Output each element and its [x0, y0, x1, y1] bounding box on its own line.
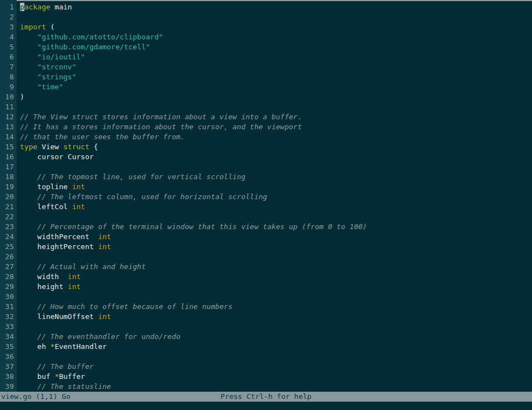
code-text[interactable]: // Percentage of the terminal window tha… [14, 222, 532, 232]
code-line[interactable]: 16 cursor Cursor [0, 152, 532, 162]
code-text[interactable] [14, 292, 532, 302]
code-text[interactable]: "github.com/gdamore/tcell" [14, 42, 532, 52]
code-line[interactable]: 25 heightPercent int [0, 242, 532, 252]
code-line[interactable]: 6 "io/ioutil" [0, 52, 532, 62]
code-text[interactable]: heightPercent int [14, 242, 532, 252]
code-text[interactable] [14, 322, 532, 332]
code-text[interactable]: lineNumOffset int [14, 312, 532, 322]
code-segment [20, 222, 37, 231]
code-text[interactable]: type View struct { [14, 142, 532, 152]
code-line[interactable]: 33 [0, 322, 532, 332]
code-text[interactable]: // The topmost line, used for vertical s… [14, 172, 532, 182]
code-text[interactable]: // The View struct stores information ab… [14, 112, 532, 122]
code-line[interactable]: 8 "strings" [0, 72, 532, 82]
code-text[interactable]: // The buffer [14, 362, 532, 372]
code-text[interactable] [14, 352, 532, 362]
code-line[interactable]: 22 [0, 212, 532, 222]
code-text[interactable]: // The statusline [14, 382, 532, 392]
code-line[interactable]: 32 lineNumOffset int [0, 312, 532, 322]
line-number: 32 [0, 312, 14, 322]
code-segment: Buffer [59, 372, 85, 381]
code-line[interactable]: 37 // The buffer [0, 362, 532, 372]
code-line[interactable]: 21 leftCol int [0, 202, 532, 212]
code-line[interactable]: 23 // Percentage of the terminal window … [0, 222, 532, 232]
code-line[interactable]: 14// that the user sees the buffer from. [0, 132, 532, 142]
code-line[interactable]: 27 // Actual with and height [0, 262, 532, 272]
code-segment [20, 362, 37, 371]
code-line[interactable]: 4 "github.com/atotto/clipboard" [0, 32, 532, 42]
code-line[interactable]: 38 buf *Buffer [0, 372, 532, 382]
code-line[interactable]: 24 widthPercent int [0, 232, 532, 242]
code-text[interactable]: "strconv" [14, 62, 532, 72]
code-line[interactable]: 12// The View struct stores information … [0, 112, 532, 122]
code-line[interactable]: 3import ( [0, 22, 532, 32]
code-line[interactable]: 26 [0, 252, 532, 262]
code-text[interactable] [14, 162, 532, 172]
code-line[interactable]: 29 height int [0, 282, 532, 292]
code-segment: "strings" [37, 73, 76, 81]
line-number: 35 [0, 342, 14, 352]
code-line[interactable]: 5 "github.com/gdamore/tcell" [0, 42, 532, 52]
code-text[interactable]: width int [14, 272, 532, 282]
code-line[interactable]: 19 topline int [0, 182, 532, 192]
code-line[interactable]: 34 // The eventhandler for undo/redo [0, 332, 532, 342]
code-segment: int [72, 183, 85, 191]
code-text[interactable]: widthPercent int [14, 232, 532, 242]
code-text[interactable]: leftCol int [14, 202, 532, 212]
code-line[interactable]: 20 // The leftmost column, used for hori… [0, 192, 532, 202]
code-segment: // The eventhandler for undo/redo [37, 332, 180, 341]
code-line[interactable]: 10) [0, 92, 532, 102]
code-line[interactable]: 7 "strconv" [0, 62, 532, 72]
code-text[interactable]: "time" [14, 82, 532, 92]
code-line[interactable]: 39 // The statusline [0, 382, 532, 392]
code-text[interactable]: cursor Cursor [14, 152, 532, 162]
code-line[interactable]: 11 [0, 102, 532, 112]
code-segment: int [68, 282, 80, 291]
code-text[interactable]: eh *EventHandler [14, 342, 532, 352]
code-line[interactable]: 2 [0, 12, 532, 22]
code-text[interactable]: ) [14, 92, 532, 102]
code-line[interactable]: 9 "time" [0, 82, 532, 92]
code-segment: int [98, 232, 111, 241]
code-line[interactable]: 17 [0, 162, 532, 172]
code-text[interactable]: // The leftmost column, used for horizon… [14, 192, 532, 202]
status-help-text: Press Ctrl-h for help [221, 392, 311, 402]
code-text[interactable]: package main [14, 2, 532, 12]
code-text[interactable] [14, 252, 532, 262]
code-line[interactable]: 31 // How much to offset because of line… [0, 302, 532, 312]
code-segment [20, 262, 37, 271]
code-line[interactable]: 36 [0, 352, 532, 362]
line-number: 24 [0, 232, 14, 242]
code-line[interactable]: 15type View struct { [0, 142, 532, 152]
code-text[interactable]: buf *Buffer [14, 372, 532, 382]
code-segment: struct [63, 143, 89, 151]
line-number: 1 [0, 2, 14, 12]
code-text[interactable]: // Actual with and height [14, 262, 532, 272]
code-text[interactable]: height int [14, 282, 532, 292]
code-segment: "strconv" [37, 63, 76, 71]
code-line[interactable]: 13// It has a stores information about t… [0, 122, 532, 132]
code-line[interactable]: 1package main [0, 2, 532, 12]
code-text[interactable]: // that the user sees the buffer from. [14, 132, 532, 142]
code-text[interactable]: // How much to offset because of line nu… [14, 302, 532, 312]
code-area[interactable]: 1package main23import (4 "github.com/ato… [0, 2, 532, 392]
code-text[interactable] [14, 212, 532, 222]
code-line[interactable]: 30 [0, 292, 532, 302]
code-text[interactable] [14, 102, 532, 112]
code-segment: "github.com/gdamore/tcell" [37, 43, 150, 51]
code-line[interactable]: 35 eh *EventHandler [0, 342, 532, 352]
line-number: 2 [0, 12, 14, 22]
code-text[interactable]: "github.com/atotto/clipboard" [14, 32, 532, 42]
code-line[interactable]: 18 // The topmost line, used for vertica… [0, 172, 532, 182]
line-number: 13 [0, 122, 14, 132]
code-segment: "io/ioutil" [37, 53, 85, 61]
code-text[interactable]: // The eventhandler for undo/redo [14, 332, 532, 342]
code-line[interactable]: 28 width int [0, 272, 532, 282]
code-text[interactable]: topline int [14, 182, 532, 192]
code-segment: // The View struct stores information ab… [20, 113, 302, 121]
code-text[interactable]: "strings" [14, 72, 532, 82]
code-text[interactable] [14, 12, 532, 22]
code-text[interactable]: "io/ioutil" [14, 52, 532, 62]
code-text[interactable]: import ( [14, 22, 532, 32]
code-text[interactable]: // It has a stores information about the… [14, 122, 532, 132]
